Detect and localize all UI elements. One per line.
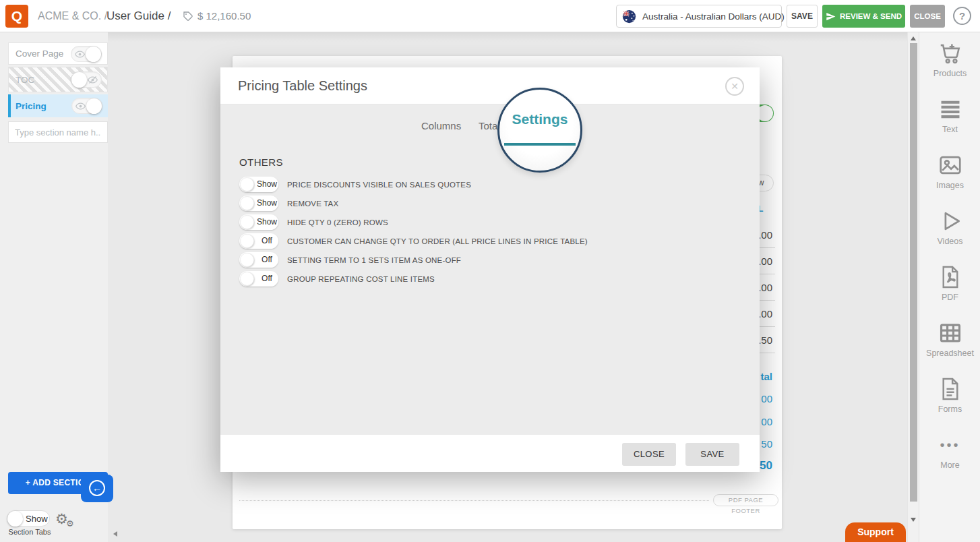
active-tab-underline [504,143,576,146]
toggle-knob [86,47,101,62]
nav-label: Products [919,69,980,78]
text-lines-icon [938,96,963,122]
form-document-icon [938,376,963,402]
content-blocks-sidebar: Products Text Images Videos [919,32,980,542]
tab-settings[interactable]: Settings [499,111,580,127]
top-bar: Q ACME & CO. / User Guide / $ 12,160.50 … [0,0,980,32]
scrollbar-thumb[interactable] [910,43,917,502]
australia-flag-icon [622,9,636,24]
vertical-scrollbar[interactable] [907,32,919,542]
section-tabs-state: Show [26,511,48,526]
toggle-knob [86,98,102,114]
price-value: .00 [758,282,772,293]
nav-label: PDF [919,293,980,302]
sidebar-item-forms[interactable]: Forms [919,376,980,414]
nav-label: Forms [919,404,980,414]
scroll-down-arrow-icon[interactable] [911,518,916,522]
subtotal-value: 50 [761,438,772,450]
setting-label: REMOVE TAX [287,200,338,208]
setting-row: Show REMOVE TAX [239,195,588,211]
sidebar-item-pricing[interactable]: Pricing [8,94,108,117]
scroll-up-arrow-icon[interactable] [911,36,916,40]
eye-icon [75,101,86,111]
scroll-left-arrow-icon[interactable] [113,531,117,537]
app-logo[interactable]: Q [5,5,28,28]
modal-header: Pricing Table Settings ✕ [220,67,760,104]
eye-off-icon [88,75,98,85]
nav-label: Spreadsheet [919,349,980,358]
sidebar-item-products[interactable]: Products [919,40,980,78]
sidebar-item-cover-page[interactable]: Cover Page [8,42,108,65]
pdf-footer-divider [239,500,709,501]
setting-label: HIDE QTY 0 (ZERO) ROWS [287,218,388,227]
subtotal-value: 00 [761,393,772,404]
toggle-state: Off [256,252,278,268]
breadcrumb-page[interactable]: User Guide / [106,0,171,32]
ellipsis-icon: ••• [919,432,980,458]
grand-total-fragment: 50 [760,459,772,473]
toggle-state: Show [256,214,278,230]
breadcrumb-company[interactable]: ACME & CO. / [38,0,107,32]
tab-columns[interactable]: Columns [421,120,461,131]
app-root: w AL .00 .00 .00 .00 .50 tal 00 00 50 50… [0,0,980,542]
setting-label: GROUP REPEATING COST LINE ITEMS [287,275,435,283]
setting-toggle[interactable]: Off [239,271,278,287]
toggle-knob [7,511,23,526]
modal-title: Pricing Table Settings [238,67,367,104]
toggle-state: Off [256,233,278,249]
sidebar-item-spreadsheet[interactable]: Spreadsheet [919,320,980,358]
settings-gears-icon[interactable]: ⚙⚙ [55,510,77,531]
section-tabs-toggle[interactable]: Show [7,510,50,526]
subtotal-label-fragment: tal [760,371,772,382]
currency-selector[interactable]: Australia - Australian Dollars (AUD) [616,5,782,28]
modal-save-button[interactable]: SAVE [685,443,739,466]
setting-toggle[interactable]: Show [239,177,278,192]
pdf-page-footer-badge[interactable]: PDF PAGE FOOTER [713,494,778,506]
price-value: .00 [758,229,772,241]
toggle-knob [71,72,87,88]
section-label: Cover Page [9,49,71,59]
save-button[interactable]: SAVE [787,5,818,28]
sidebar-item-pdf[interactable]: PDF [919,264,980,302]
setting-label: CUSTOMER CAN CHANGE QTY TO ORDER (ALL PR… [287,237,588,245]
setting-toggle[interactable]: Off [239,233,278,249]
new-section-name-input[interactable] [8,121,108,143]
sidebar-item-images[interactable]: Images [919,152,980,190]
visibility-toggle[interactable] [71,46,102,62]
review-and-send-button[interactable]: REVIEW & SEND [822,5,905,28]
close-document-button[interactable]: CLOSE [910,5,945,28]
sidebar-item-videos[interactable]: Videos [919,208,980,246]
help-button[interactable]: ? [953,7,971,25]
sections-sidebar: Cover Page TOC Pricing + ADD SECTION Sho [0,32,108,542]
sidebar-item-toc[interactable]: TOC [8,67,108,92]
setting-row: Show PRICE DISCOUNTS VISIBLE ON SALES QU… [239,177,588,192]
sidebar-item-text[interactable]: Text [919,96,980,134]
visibility-toggle[interactable] [71,71,102,88]
setting-toggle[interactable]: Off [239,252,278,268]
modal-close-button[interactable]: CLOSE [622,443,676,466]
setting-toggle[interactable]: Show [239,214,278,230]
toggle-state: Show [256,195,278,211]
collapse-sidebar-button[interactable]: ← [81,475,113,502]
quote-total-amount: $ 12,160.50 [197,0,251,32]
setting-row: Off CUSTOMER CAN CHANGE QTY TO ORDER (AL… [239,233,588,249]
support-button[interactable]: Support [845,522,906,542]
setting-label: SETTING TERM TO 1 SETS ITEM AS ONE-OFF [287,256,461,264]
play-icon [938,208,963,234]
price-value: .00 [758,308,772,320]
subtotal-value: 00 [761,416,772,427]
setting-row: Off SETTING TERM TO 1 SETS ITEM AS ONE-O… [239,252,588,268]
setting-toggle[interactable]: Show [239,195,278,211]
modal-close-icon[interactable]: ✕ [725,77,744,96]
canvas-top-shadow [108,32,907,42]
pricing-table-settings-modal: Pricing Table Settings ✕ Columns Tota Se… [220,67,760,472]
nav-label: Videos [919,237,980,246]
settings-rows: Show PRICE DISCOUNTS VISIBLE ON SALES QU… [239,177,588,290]
sidebar-item-more[interactable]: ••• More [919,432,980,470]
nav-label: More [919,460,980,470]
visibility-toggle[interactable] [71,98,102,114]
tab-totals[interactable]: Tota [479,120,497,131]
setting-row: Off GROUP REPEATING COST LINE ITEMS [239,271,588,287]
price-value: .50 [758,334,772,346]
image-icon [938,152,963,178]
